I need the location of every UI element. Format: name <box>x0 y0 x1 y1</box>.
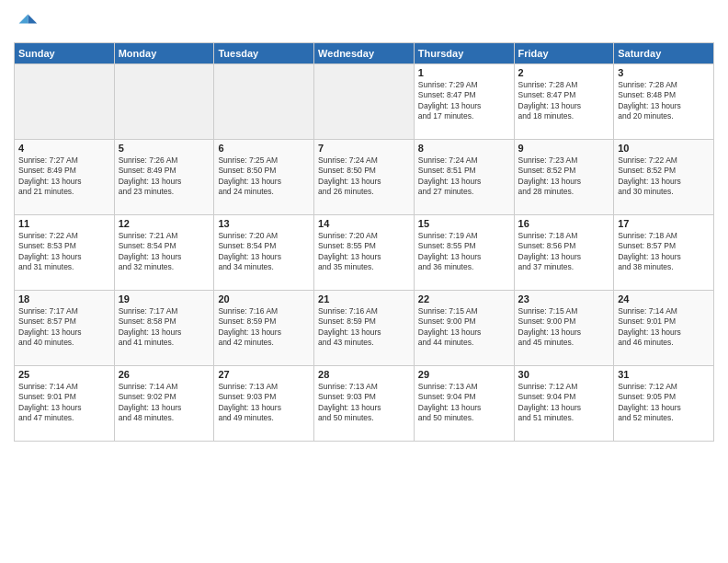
calendar-cell: 31Sunrise: 7:12 AM Sunset: 9:05 PM Dayli… <box>614 366 714 442</box>
calendar-cell: 7Sunrise: 7:24 AM Sunset: 8:50 PM Daylig… <box>314 140 415 215</box>
cell-info: Sunrise: 7:28 AM Sunset: 8:48 PM Dayligh… <box>618 80 710 122</box>
cell-info: Sunrise: 7:18 AM Sunset: 8:56 PM Dayligh… <box>518 231 610 273</box>
calendar-cell: 15Sunrise: 7:19 AM Sunset: 8:55 PM Dayli… <box>414 215 514 291</box>
day-number: 3 <box>618 67 710 78</box>
calendar-cell: 1Sunrise: 7:29 AM Sunset: 8:47 PM Daylig… <box>414 64 514 140</box>
cell-info: Sunrise: 7:24 AM Sunset: 8:50 PM Dayligh… <box>318 155 410 198</box>
header <box>14 9 714 35</box>
day-number: 8 <box>418 143 510 154</box>
cell-info: Sunrise: 7:21 AM Sunset: 8:54 PM Dayligh… <box>119 231 210 273</box>
day-of-week-header: Thursday <box>414 43 514 64</box>
svg-marker-1 <box>19 15 28 24</box>
calendar-cell: 11Sunrise: 7:22 AM Sunset: 8:53 PM Dayli… <box>15 215 115 291</box>
cell-info: Sunrise: 7:18 AM Sunset: 8:57 PM Dayligh… <box>618 231 710 273</box>
cell-info: Sunrise: 7:26 AM Sunset: 8:49 PM Dayligh… <box>119 155 210 198</box>
cell-info: Sunrise: 7:27 AM Sunset: 8:49 PM Dayligh… <box>18 155 110 198</box>
day-of-week-header: Friday <box>514 43 614 64</box>
calendar-cell: 14Sunrise: 7:20 AM Sunset: 8:55 PM Dayli… <box>314 215 415 291</box>
cell-info: Sunrise: 7:29 AM Sunset: 8:47 PM Dayligh… <box>418 80 510 122</box>
svg-marker-0 <box>28 15 37 24</box>
cell-info: Sunrise: 7:16 AM Sunset: 8:59 PM Dayligh… <box>318 306 410 349</box>
day-of-week-header: Tuesday <box>214 43 314 64</box>
calendar-cell: 18Sunrise: 7:17 AM Sunset: 8:57 PM Dayli… <box>15 291 115 366</box>
cell-info: Sunrise: 7:14 AM Sunset: 9:02 PM Dayligh… <box>119 382 210 424</box>
calendar-cell: 16Sunrise: 7:18 AM Sunset: 8:56 PM Dayli… <box>514 215 614 291</box>
day-number: 22 <box>418 293 510 304</box>
day-number: 12 <box>119 218 210 229</box>
logo <box>14 9 43 35</box>
day-number: 4 <box>18 143 110 154</box>
calendar-cell: 20Sunrise: 7:16 AM Sunset: 8:59 PM Dayli… <box>214 291 314 366</box>
calendar-cell: 12Sunrise: 7:21 AM Sunset: 8:54 PM Dayli… <box>114 215 214 291</box>
calendar-cell: 6Sunrise: 7:25 AM Sunset: 8:50 PM Daylig… <box>214 140 314 215</box>
day-number: 17 <box>618 218 710 229</box>
calendar-week-row: 1Sunrise: 7:29 AM Sunset: 8:47 PM Daylig… <box>15 64 714 140</box>
day-number: 10 <box>618 143 710 154</box>
cell-info: Sunrise: 7:17 AM Sunset: 8:57 PM Dayligh… <box>18 306 110 349</box>
calendar-cell: 9Sunrise: 7:23 AM Sunset: 8:52 PM Daylig… <box>514 140 614 215</box>
calendar-week-row: 25Sunrise: 7:14 AM Sunset: 9:01 PM Dayli… <box>15 366 714 442</box>
calendar-week-row: 11Sunrise: 7:22 AM Sunset: 8:53 PM Dayli… <box>15 215 714 291</box>
calendar-cell: 8Sunrise: 7:24 AM Sunset: 8:51 PM Daylig… <box>414 140 514 215</box>
calendar-cell: 23Sunrise: 7:15 AM Sunset: 9:00 PM Dayli… <box>514 291 614 366</box>
day-number: 11 <box>18 218 110 229</box>
day-number: 14 <box>318 218 410 229</box>
calendar-cell: 4Sunrise: 7:27 AM Sunset: 8:49 PM Daylig… <box>15 140 115 215</box>
page: SundayMondayTuesdayWednesdayThursdayFrid… <box>0 0 728 563</box>
calendar-cell: 26Sunrise: 7:14 AM Sunset: 9:02 PM Dayli… <box>114 366 214 442</box>
day-number: 24 <box>618 293 710 304</box>
cell-info: Sunrise: 7:20 AM Sunset: 8:54 PM Dayligh… <box>218 231 310 273</box>
day-number: 23 <box>518 293 610 304</box>
calendar-cell <box>214 64 314 140</box>
cell-info: Sunrise: 7:19 AM Sunset: 8:55 PM Dayligh… <box>418 231 510 273</box>
day-number: 7 <box>318 143 410 154</box>
cell-info: Sunrise: 7:12 AM Sunset: 9:05 PM Dayligh… <box>618 382 710 424</box>
day-number: 27 <box>218 369 310 380</box>
calendar-cell: 21Sunrise: 7:16 AM Sunset: 8:59 PM Dayli… <box>314 291 415 366</box>
cell-info: Sunrise: 7:28 AM Sunset: 8:47 PM Dayligh… <box>518 80 610 122</box>
cell-info: Sunrise: 7:17 AM Sunset: 8:58 PM Dayligh… <box>119 306 210 349</box>
calendar-table: SundayMondayTuesdayWednesdayThursdayFrid… <box>14 42 714 442</box>
calendar-week-row: 4Sunrise: 7:27 AM Sunset: 8:49 PM Daylig… <box>15 140 714 215</box>
cell-info: Sunrise: 7:25 AM Sunset: 8:50 PM Dayligh… <box>218 155 310 198</box>
cell-info: Sunrise: 7:13 AM Sunset: 9:03 PM Dayligh… <box>218 382 310 424</box>
cell-info: Sunrise: 7:20 AM Sunset: 8:55 PM Dayligh… <box>318 231 410 273</box>
logo-icon <box>14 9 40 35</box>
day-number: 1 <box>418 67 510 78</box>
day-number: 16 <box>518 218 610 229</box>
day-number: 31 <box>618 369 710 380</box>
calendar-cell <box>114 64 214 140</box>
calendar-cell: 13Sunrise: 7:20 AM Sunset: 8:54 PM Dayli… <box>214 215 314 291</box>
day-number: 15 <box>418 218 510 229</box>
cell-info: Sunrise: 7:16 AM Sunset: 8:59 PM Dayligh… <box>218 306 310 349</box>
day-of-week-header: Saturday <box>614 43 714 64</box>
day-number: 19 <box>119 293 210 304</box>
day-number: 6 <box>218 143 310 154</box>
cell-info: Sunrise: 7:23 AM Sunset: 8:52 PM Dayligh… <box>518 155 610 198</box>
cell-info: Sunrise: 7:12 AM Sunset: 9:04 PM Dayligh… <box>518 382 610 424</box>
cell-info: Sunrise: 7:13 AM Sunset: 9:04 PM Dayligh… <box>418 382 510 424</box>
day-number: 29 <box>418 369 510 380</box>
cell-info: Sunrise: 7:22 AM Sunset: 8:52 PM Dayligh… <box>618 155 710 198</box>
calendar-cell: 2Sunrise: 7:28 AM Sunset: 8:47 PM Daylig… <box>514 64 614 140</box>
day-number: 21 <box>318 293 410 304</box>
cell-info: Sunrise: 7:22 AM Sunset: 8:53 PM Dayligh… <box>18 231 110 273</box>
calendar-cell: 22Sunrise: 7:15 AM Sunset: 9:00 PM Dayli… <box>414 291 514 366</box>
calendar-cell: 27Sunrise: 7:13 AM Sunset: 9:03 PM Dayli… <box>214 366 314 442</box>
day-number: 25 <box>18 369 110 380</box>
calendar-cell: 3Sunrise: 7:28 AM Sunset: 8:48 PM Daylig… <box>614 64 714 140</box>
day-number: 2 <box>518 67 610 78</box>
calendar-cell: 17Sunrise: 7:18 AM Sunset: 8:57 PM Dayli… <box>614 215 714 291</box>
calendar-cell: 10Sunrise: 7:22 AM Sunset: 8:52 PM Dayli… <box>614 140 714 215</box>
day-of-week-header: Sunday <box>15 43 115 64</box>
calendar-cell: 28Sunrise: 7:13 AM Sunset: 9:03 PM Dayli… <box>314 366 415 442</box>
calendar-cell: 24Sunrise: 7:14 AM Sunset: 9:01 PM Dayli… <box>614 291 714 366</box>
calendar-week-row: 18Sunrise: 7:17 AM Sunset: 8:57 PM Dayli… <box>15 291 714 366</box>
calendar-cell: 19Sunrise: 7:17 AM Sunset: 8:58 PM Dayli… <box>114 291 214 366</box>
cell-info: Sunrise: 7:14 AM Sunset: 9:01 PM Dayligh… <box>18 382 110 424</box>
calendar-cell: 5Sunrise: 7:26 AM Sunset: 8:49 PM Daylig… <box>114 140 214 215</box>
day-of-week-header: Wednesday <box>314 43 415 64</box>
calendar-cell: 25Sunrise: 7:14 AM Sunset: 9:01 PM Dayli… <box>15 366 115 442</box>
day-number: 9 <box>518 143 610 154</box>
cell-info: Sunrise: 7:15 AM Sunset: 9:00 PM Dayligh… <box>418 306 510 349</box>
